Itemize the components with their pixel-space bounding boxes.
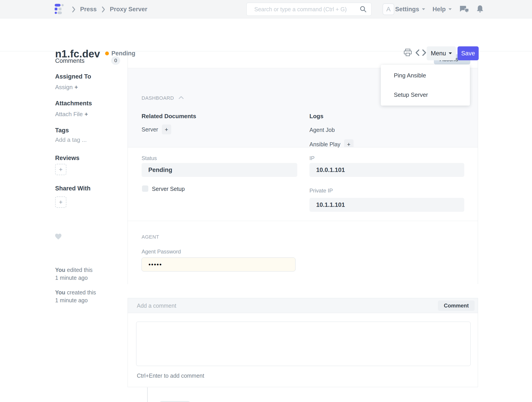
status-indicator-dot: [105, 51, 109, 55]
activity-action: edited this: [67, 267, 93, 273]
comment-submit-button[interactable]: Comment: [438, 300, 475, 311]
like-heart-icon[interactable]: [55, 233, 62, 240]
breadcrumb-proxy-server[interactable]: Proxy Server: [110, 0, 147, 19]
server-setup-checkbox[interactable]: [142, 185, 148, 192]
attachments-heading: Attachments: [55, 100, 92, 107]
save-button[interactable]: Save: [457, 46, 479, 60]
next-document-icon[interactable]: [422, 49, 427, 56]
status-field-value: Pending: [148, 166, 172, 173]
logs-heading: Logs: [310, 113, 323, 120]
comment-input[interactable]: [136, 322, 471, 366]
agent-job-link[interactable]: Agent Job: [310, 127, 335, 133]
related-documents-heading: Related Documents: [142, 113, 196, 120]
add-comment-placeholder[interactable]: Add a comment: [137, 298, 176, 313]
collapse-section-icon[interactable]: [178, 96, 184, 99]
plus-icon: +: [75, 84, 78, 90]
agent-job-link-row: Agent Job: [310, 127, 335, 133]
ip-field-value: 10.0.1.101: [316, 166, 345, 173]
ip-field-label: IP: [310, 155, 315, 161]
search-icon: [360, 6, 367, 13]
plus-icon: +: [165, 126, 168, 133]
prev-document-icon[interactable]: [415, 49, 420, 56]
add-review-button[interactable]: +: [55, 164, 66, 175]
agent-password-field[interactable]: •••••: [142, 257, 296, 271]
page-title: n1.fc.dev: [55, 48, 100, 60]
add-tag-input[interactable]: Add a tag ...: [55, 136, 87, 143]
plus-icon: +: [347, 141, 350, 148]
actions-dropdown-menu: Ping Ansible Setup Server: [381, 65, 470, 106]
breadcrumb-chevron-icon: [102, 6, 105, 13]
plus-icon: +: [85, 111, 88, 117]
breadcrumb-chevron-icon: [72, 6, 76, 13]
tags-heading: Tags: [55, 127, 69, 134]
status-field[interactable]: Pending: [142, 163, 297, 177]
assigned-to-heading: Assigned To: [55, 73, 91, 80]
settings-label: Settings: [395, 6, 419, 13]
private-ip-field-label: Private IP: [310, 187, 333, 194]
search-input[interactable]: [254, 6, 360, 13]
network-section: Status Pending Server Setup IP 10.0.1.10…: [128, 147, 478, 221]
private-ip-field-value: 10.1.1.101: [316, 201, 345, 208]
notifications-bell-icon[interactable]: [476, 5, 484, 13]
comment-hint: Ctrl+Enter to add comment: [137, 372, 204, 379]
user-avatar[interactable]: A: [383, 3, 394, 15]
comments-count-badge: 0: [111, 56, 120, 65]
print-icon[interactable]: [404, 49, 412, 57]
timeline-line: [147, 387, 148, 402]
chevron-down-icon: [449, 52, 452, 54]
server-link-row: Server +: [142, 124, 171, 134]
activity-edited-time: 1 minute ago: [55, 274, 88, 281]
menu-button-label: Menu: [431, 50, 446, 57]
timeline-item-partial: [159, 401, 190, 402]
help-label: Help: [432, 6, 446, 13]
comment-button-label: Comment: [444, 302, 469, 309]
breadcrumb-press[interactable]: Press: [80, 0, 97, 19]
plus-icon: +: [59, 198, 63, 206]
activity-user: You: [55, 267, 65, 273]
server-setup-label: Server Setup: [152, 186, 185, 192]
add-server-button[interactable]: +: [162, 124, 171, 134]
attach-file-button[interactable]: Attach File+: [55, 111, 88, 118]
menu-item-ping-ansible[interactable]: Ping Ansible: [381, 66, 470, 85]
status-indicator-label[interactable]: Pending: [111, 50, 135, 57]
proxy-server-detail-page: Press Proxy Server A Settings Help: [0, 0, 532, 402]
assign-label: Assign: [55, 84, 73, 90]
activity-user: You: [55, 289, 65, 295]
assign-button[interactable]: Assign+: [55, 84, 78, 91]
ip-field[interactable]: 10.0.1.101: [310, 163, 464, 177]
save-button-label: Save: [461, 50, 475, 57]
status-field-label: Status: [142, 155, 157, 161]
menu-button[interactable]: Menu: [427, 46, 456, 60]
activity-edited: You edited this: [55, 267, 93, 273]
private-ip-field[interactable]: 10.1.1.101: [310, 198, 464, 212]
menu-item-setup-server[interactable]: Setup Server: [381, 85, 470, 104]
navbar: Press Proxy Server A Settings Help: [0, 0, 532, 19]
reviews-heading: Reviews: [55, 155, 79, 162]
activity-action: created this: [67, 289, 96, 295]
activity-created: You created this: [55, 289, 96, 296]
page-head: n1.fc.dev Pending Menu Save: [0, 19, 532, 51]
dashboard-section-label: DASHBOARD: [142, 95, 174, 101]
agent-password-value: •••••: [149, 261, 162, 268]
comment-box: Add a comment Comment Ctrl+Enter to add …: [128, 298, 478, 387]
agent-section-label: AGENT: [142, 234, 159, 240]
chevron-down-icon: [422, 8, 425, 10]
server-link[interactable]: Server: [142, 126, 158, 133]
chat-icon[interactable]: [460, 5, 469, 13]
attach-file-label: Attach File: [55, 111, 83, 117]
settings-dropdown[interactable]: Settings: [395, 0, 425, 19]
help-dropdown[interactable]: Help: [432, 0, 452, 19]
agent-section: AGENT Agent Password •••••: [128, 221, 478, 284]
chevron-down-icon: [449, 8, 452, 10]
comment-box-header: Add a comment Comment: [128, 298, 478, 313]
agent-password-label: Agent Password: [142, 249, 181, 255]
ansible-play-link[interactable]: Ansible Play: [310, 141, 341, 148]
activity-created-time: 1 minute ago: [55, 297, 88, 304]
shared-with-heading: Shared With: [55, 185, 90, 192]
share-button[interactable]: +: [55, 197, 66, 208]
global-search: [247, 3, 372, 16]
avatar-letter: A: [386, 6, 391, 13]
app-logo-icon[interactable]: [55, 4, 65, 14]
plus-icon: +: [59, 166, 63, 173]
